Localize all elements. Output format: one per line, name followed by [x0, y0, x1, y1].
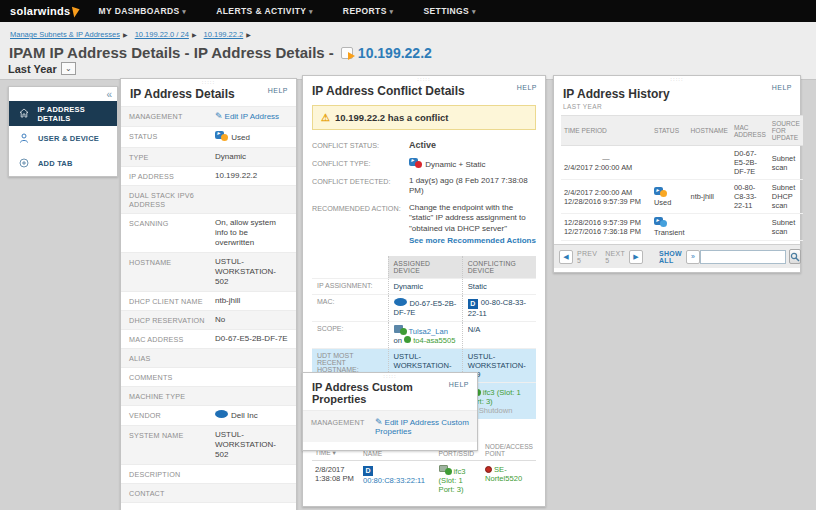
edit-custom-properties-link[interactable]: ✎Edit IP Address Custom Properties — [375, 418, 469, 436]
sidebar-item-add-tab[interactable]: ADD TAB — [9, 151, 117, 176]
solarwinds-logo[interactable]: solarwinds — [10, 5, 80, 17]
field-label: DESCRIPTION — [129, 469, 215, 479]
detail-row: DESCRIPTION — [121, 464, 296, 483]
field-label: MANAGEMENT — [311, 417, 375, 436]
breadcrumb-link-ip[interactable]: 10.199.22.2 — [204, 30, 244, 39]
column-header-hostname[interactable]: HOSTNAME — [688, 116, 731, 146]
time-period-selector[interactable]: Last Year ⌄ — [8, 62, 76, 75]
detail-row: COMMENTS — [121, 367, 296, 386]
nav-settings[interactable]: SETTINGS ▾ — [423, 6, 475, 16]
scope-node-link[interactable]: to4-asa5505 — [413, 336, 455, 345]
history-table: TIME PERIOD STATUS HOSTNAME MAC ADDRESS … — [561, 115, 803, 241]
table-row-mac: MAC: D0-67-E5-2B-DF-7E D00-80-C8-33-22-1… — [312, 295, 536, 322]
detail-row: SYSTEM NAMEUSTUL-WORKSTATION-502 — [121, 425, 296, 464]
next-label: NEXT 5 — [605, 250, 625, 264]
ip-custom-properties-panel: ::::: IP Address Custom Properties HELP … — [302, 372, 478, 451]
history-search-input[interactable] — [700, 250, 786, 264]
column-header-assigned-device: ASSIGNED DEVICE — [388, 256, 462, 279]
sidebar-item-ip-address-details[interactable]: IP ADDRESS DETAILS — [9, 101, 117, 126]
breadcrumb-link-subnet[interactable]: 10.199.22.0 / 24 — [135, 30, 189, 39]
breadcrumb-link-subnets[interactable]: Manage Subnets & IP Addresses — [10, 30, 120, 39]
field-value — [215, 469, 288, 479]
nav-alerts-activity[interactable]: ALERTS & ACTIVITY ▾ — [216, 6, 313, 16]
history-row: —2/4/2017 2:00:00 AM D0-67-E5-2B-DF-7E S… — [561, 146, 803, 180]
drag-handle[interactable]: ::::: — [202, 80, 215, 84]
management-row: MANAGEMENT ✎Edit IP Address — [121, 106, 296, 126]
nav-reports[interactable]: REPORTS ▾ — [343, 6, 394, 16]
field-value — [215, 488, 288, 498]
field-value: No — [215, 315, 288, 325]
field-value: On, allow system info to be overwritten — [215, 218, 288, 248]
detail-row: MAC ADDRESSD0-67-E5-2B-DF-7E — [121, 329, 296, 348]
next-page-button[interactable]: ▶ — [629, 250, 643, 264]
scope-link[interactable]: Tulsa2_Lan — [409, 327, 448, 336]
column-header-status[interactable]: STATUS — [651, 116, 688, 146]
search-button[interactable] — [789, 249, 801, 264]
detail-row: CONTACT — [121, 483, 296, 502]
sidebar-item-label: IP ADDRESS DETAILS — [37, 105, 117, 123]
detail-row-vendor: VENDOR Dell Inc — [121, 405, 296, 425]
dell-vendor-icon — [215, 410, 228, 418]
pencil-icon: ✎ — [215, 111, 223, 121]
drag-handle[interactable]: ::::: — [670, 77, 683, 81]
brand-name: solarwinds — [10, 5, 70, 17]
field-value: Dynamic — [215, 152, 288, 162]
field-label: RECOMMENDED ACTION: — [312, 203, 409, 247]
interface-icon — [439, 465, 452, 475]
collapse-sidebar-icon[interactable]: « — [106, 89, 112, 100]
history-pager: ◀ PREV 5 NEXT 5 ▶ SHOW ALL » — [554, 244, 800, 268]
field-label: CONFLICT DETECTED: — [312, 176, 409, 197]
time-period-label: Last Year — [8, 63, 57, 75]
show-all-link[interactable]: SHOW ALL — [659, 250, 682, 264]
home-icon — [17, 108, 30, 120]
nav-my-dashboards[interactable]: MY DASHBOARDS ▾ — [98, 6, 186, 16]
field-label: CONFLICT STATUS: — [312, 140, 409, 152]
chevron-down-icon[interactable]: ⌄ — [61, 62, 76, 75]
show-all-button[interactable]: » — [686, 250, 700, 264]
drag-handle[interactable]: ::::: — [417, 77, 430, 81]
field-value: 10.199.22.2 — [215, 171, 288, 181]
dell-vendor-icon — [394, 298, 407, 306]
help-link[interactable]: HELP — [772, 84, 792, 91]
column-header-node[interactable]: NODE/ACCESS POINT — [482, 440, 536, 461]
panel-title: IP Address History — [563, 87, 670, 101]
column-header-source[interactable]: SOURCE FOR UPDATE — [769, 116, 803, 146]
column-header-mac-address[interactable]: MAC ADDRESS — [731, 116, 769, 146]
detail-row: TYPEDynamic — [121, 147, 296, 166]
page-header: Manage Subnets & IP Addresses▶ 10.199.22… — [0, 22, 816, 80]
breadcrumb: Manage Subnets & IP Addresses▶ 10.199.22… — [0, 22, 816, 39]
prev-label: PREV 5 — [577, 250, 597, 264]
chevron-down-icon: ▾ — [390, 8, 394, 15]
used-status-icon — [654, 187, 668, 197]
field-label: MAC ADDRESS — [129, 334, 215, 344]
detail-row: DHCP RESERVATIONNo — [121, 310, 296, 329]
breadcrumb-arrow-icon: ▶ — [123, 32, 128, 38]
conflict-status-value: Active — [409, 140, 536, 152]
event-mac-link[interactable]: 00:80:C8:33:22:11 — [363, 476, 425, 485]
field-value — [215, 353, 288, 363]
edit-ip-address-link[interactable]: ✎Edit IP Address — [215, 112, 279, 121]
sidebar-item-user-device[interactable]: USER & DEVICE — [9, 126, 117, 151]
udt-event-row: 2/8/2017 1:38:08 PM D00:80:C8:33:22:11 i… — [312, 461, 536, 503]
panel-title: IP Address Custom Properties — [312, 381, 449, 405]
detail-row-status: STATUS Used — [121, 126, 296, 147]
prev-page-button[interactable]: ◀ — [559, 250, 573, 264]
help-link[interactable]: HELP — [517, 84, 537, 91]
drag-handle[interactable]: ::::: — [383, 374, 396, 378]
sidebar-item-label: ADD TAB — [38, 159, 73, 168]
column-header-time-period[interactable]: TIME PERIOD — [561, 116, 651, 146]
conflict-detected-row: CONFLICT DETECTED: 1 day(s) ago (8 Feb 2… — [303, 173, 545, 200]
field-value: Used — [215, 131, 288, 143]
search-icon — [790, 252, 800, 262]
conflict-status-icon — [409, 158, 423, 168]
field-label: DHCP CLIENT NAME — [129, 296, 215, 306]
help-link[interactable]: HELP — [449, 381, 469, 388]
detail-row: IP ADDRESS10.199.22.2 — [121, 166, 296, 185]
conflict-type-row: CONFLICT TYPE: Dynamic + Static — [303, 155, 545, 173]
field-label: TYPE — [129, 152, 215, 162]
help-link[interactable]: HELP — [268, 87, 288, 94]
ip-history-panel: ::::: IP Address History LAST YEAR HELP … — [553, 75, 801, 273]
field-label: SYSTEM NAME — [129, 430, 215, 460]
see-more-recommended-actions-link[interactable]: See more Recommended Actions — [409, 236, 536, 246]
field-value: D0-67-E5-2B-DF-7E — [215, 334, 288, 344]
